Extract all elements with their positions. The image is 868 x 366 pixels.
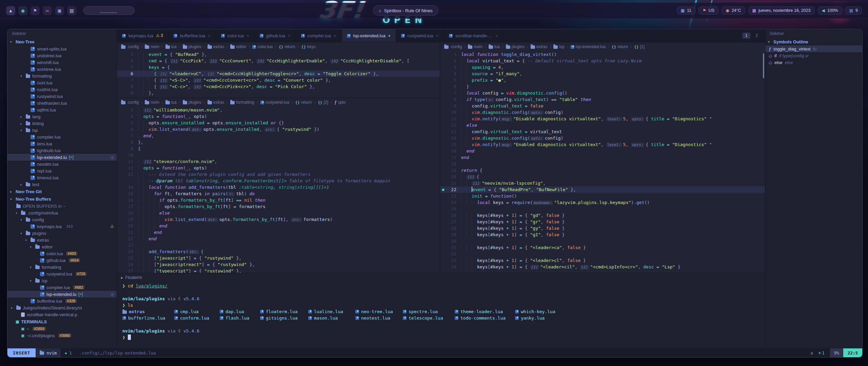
section-neo-tree[interactable]: ▾Neo-Tree <box>7 38 117 45</box>
tree-item[interactable]: ▾lsp <box>7 127 117 134</box>
tree-item[interactable]: ▾config <box>7 216 117 223</box>
tree-item[interactable]: undotree.lua <box>7 52 117 59</box>
tab-keymaps-lua[interactable]: keymaps.lua⚠ 3 <box>117 29 169 42</box>
section-terminals[interactable]: ▣TERMINALS <box>7 318 117 325</box>
code-line[interactable]: 14▏ ▏ local function add_formatters(tbl … <box>117 184 440 190</box>
code-line[interactable]: 17end <box>440 154 765 161</box>
tree-item[interactable]: keymaps.lua#10⚠ <box>7 223 117 230</box>
tree-item[interactable]: worktree.lua <box>7 66 117 73</box>
outline-item-toggle-diag-virtext[interactable]: ƒtoggle_diag_virtextfu <box>765 45 862 52</box>
tree-item[interactable]: lsp-extended.lu[+]◎ <box>7 291 117 298</box>
code-line[interactable]: 8}, <box>117 139 440 145</box>
code-line[interactable]: 7▏ local config = vim.diagnostic.config(… <box>440 90 765 96</box>
breadcrumb-item[interactable]: lua <box>165 100 177 105</box>
breadcrumb-item[interactable]: plugins <box>183 44 201 49</box>
tree-item[interactable]: ▣~#2859 <box>7 325 117 332</box>
breadcrumb-item[interactable]: nvim <box>145 100 159 105</box>
file-entry-theme-loader-lua[interactable]: theme-loader.lua <box>455 308 515 315</box>
code-line[interactable]: 11▏ [1]"stevearc/conform.nvim", <box>117 158 440 165</box>
file-entry-spectre-lua[interactable]: spectre.lua <box>403 308 455 315</box>
file-entry-mason-lua[interactable]: mason.lua <box>308 315 355 321</box>
tab-compiler-lua[interactable]: compiler.lua× <box>296 29 342 42</box>
code-line[interactable]: 30 <box>440 238 765 244</box>
close-icon[interactable]: × <box>246 33 249 38</box>
weather-module[interactable]: ◉24°C <box>722 6 745 15</box>
code-line[interactable]: 9▏ ▏ config.virtual_text = false <box>440 103 765 109</box>
tree-item[interactable]: isort.lua <box>7 79 117 86</box>
code-line[interactable]: 13▏ ▏ --- Extend the conform plugin conf… <box>117 171 440 178</box>
file-entry-conform-lua[interactable]: conform.lua <box>174 315 220 321</box>
code-line[interactable]: 4▏ ▏ cmd = { [1]"CccPick", [2]"CccConver… <box>117 58 440 64</box>
scrollbar-handle[interactable] <box>763 53 764 78</box>
tray-module[interactable]: ▤9 <box>845 6 862 15</box>
tab-bufferline-lua[interactable]: bufferline.lua× <box>169 29 216 42</box>
tab-color-lua[interactable]: color.lua× <box>216 29 255 42</box>
code-line[interactable]: 27▏ ▏ ▏ ["typescript"] = { "rustywind" }… <box>117 268 440 273</box>
breadcrumb-item[interactable]: .config <box>121 100 139 105</box>
workspace-link-icon[interactable]: ∞ <box>43 6 52 15</box>
breadcrumb-item[interactable]: lsp <box>553 44 564 49</box>
breadcrumb-item[interactable]: .config <box>121 44 139 49</box>
tree-item[interactable]: compiler.lua#682 <box>7 284 117 291</box>
code-line[interactable]: 23 <box>117 242 440 248</box>
code-line[interactable]: 14▏ ▏ vim.diagnostic.config(opts:config) <box>440 135 765 141</box>
code-line[interactable]: 20▏ [1]{ <box>440 174 765 180</box>
breadcrumb-item[interactable]: lua <box>489 44 500 49</box>
breadcrumb-item[interactable]: {}return <box>279 44 295 49</box>
code-line[interactable]: 25▏ ▏ ▏ ["javascript"] = { "rustywind" }… <box>117 255 440 261</box>
code-line[interactable]: 8▏ ▏ ▏ { [1]"<C-c>", [2]"<cmd>CccPick<cr… <box>117 83 440 90</box>
code-line[interactable]: 24▏ ▏ add_formatters(tbl:{ <box>117 248 440 255</box>
code-line[interactable]: 27▏ ▏ ▏ keys[#keys + 1] = { "gr", false … <box>440 219 765 225</box>
code-line[interactable]: 5▏ ▏ keys = { <box>117 64 440 70</box>
file-entry-extras[interactable]: extras <box>122 308 174 315</box>
code-line[interactable]: 34▏ ▏ ▏ keys[#keys + 1] = { [1]"<leader>… <box>440 264 765 270</box>
file-entry-cmp-lua[interactable]: cmp.lua <box>174 308 220 315</box>
close-icon[interactable]: × <box>208 33 211 38</box>
file-entry-neo-tree-lua[interactable]: neo-tree.lua <box>355 308 403 315</box>
breadcrumb-item[interactable]: plugins <box>183 100 201 105</box>
code-line[interactable]: 12▏ else <box>440 122 765 128</box>
tree-item[interactable]: smart-splits.lua <box>7 45 117 52</box>
code-line[interactable]: 19▏ ▏ ▏ ▏ ▏ vim.list_extend(dst:opts.for… <box>117 216 440 223</box>
tree-item[interactable]: ▾editor <box>7 243 117 250</box>
code-line[interactable]: 6▏ ▏ ▏ { [1]"<leader>uC", [2]"<cmd>CccHi… <box>117 70 440 77</box>
breadcrumb-item[interactable]: formatting <box>230 100 254 105</box>
volume-module[interactable]: ◀100% <box>818 6 842 15</box>
tree-item[interactable]: ▾.config/nvim/lua <box>7 209 117 216</box>
statusline-cwd[interactable]: nvim <box>36 348 61 357</box>
tree-item[interactable]: ▸test <box>7 181 117 188</box>
breadcrumb-item[interactable]: extras <box>531 44 548 49</box>
code-line[interactable]: 5▏ ▏ prefix = "●", <box>440 77 765 83</box>
code-line[interactable]: 24▏ ▏ ▏ local keys = require(modname:"la… <box>440 199 765 206</box>
window-title-pill[interactable]: ______ <box>83 6 135 15</box>
tree-item[interactable]: ▸lang <box>7 113 117 120</box>
tree-item[interactable]: compiler.lua <box>7 134 117 140</box>
workspace-music-icon[interactable]: ◉ <box>18 6 27 15</box>
music-widget[interactable]: ♪ Spiritbox - Rule Of Nines <box>373 5 438 16</box>
code-line[interactable]: 26▏ ▏ ▏ keys[#keys + 1] = { "gd", false … <box>440 212 765 219</box>
tree-item[interactable]: ▾formatting <box>7 264 117 270</box>
code-line[interactable]: 10▏ ▏ vim.diagnostic.config(opts:config) <box>440 109 765 116</box>
tree-item[interactable]: neodim.lua <box>7 161 117 167</box>
code-line[interactable]: 26▏ ▏ ▏ ["javascriptreact"] = { "rustywi… <box>117 261 440 268</box>
code-line[interactable]: 18▏ ▏ ▏ ▏ else <box>117 210 440 216</box>
code-line[interactable]: 5▏ ▏ opts.ensure_installed = opts.ensure… <box>117 120 440 126</box>
window-count-module[interactable]: ▦11 <box>677 6 695 15</box>
code-line[interactable]: 16▏ ▏ ▏ ▏ if opts.formatters_by_ft[ft] =… <box>117 197 440 203</box>
breadcrumb-item[interactable]: .config <box>444 44 462 49</box>
keyboard-layout-module[interactable]: ⚑US <box>698 6 718 15</box>
tree-item[interactable]: rustywind.lua#726 <box>7 270 117 277</box>
close-icon[interactable]: × <box>334 33 336 38</box>
breadcrumb-item[interactable]: {}return <box>612 44 628 49</box>
tree-item[interactable]: winshift.lua <box>7 59 117 66</box>
close-icon[interactable]: × <box>495 33 498 38</box>
close-icon[interactable]: × <box>288 33 291 38</box>
breadcrumb-item[interactable]: color.lua <box>252 44 273 49</box>
tree-item[interactable]: github.lua#654 <box>7 257 117 264</box>
code-line[interactable]: 8▏ if type(v:config.virtual_text) == "ta… <box>440 96 765 103</box>
file-entry-telescope-lua[interactable]: telescope.lua <box>403 315 455 321</box>
tree-item[interactable]: OPEN BUFFERS in ~ <box>7 203 117 209</box>
code-line[interactable]: 16▏ end <box>440 148 765 154</box>
code-line[interactable]: 18 <box>440 161 765 167</box>
code-line[interactable]: 31▏ ▏ ▏ keys[#keys + 1] = { "<leader>ca"… <box>440 244 765 251</box>
